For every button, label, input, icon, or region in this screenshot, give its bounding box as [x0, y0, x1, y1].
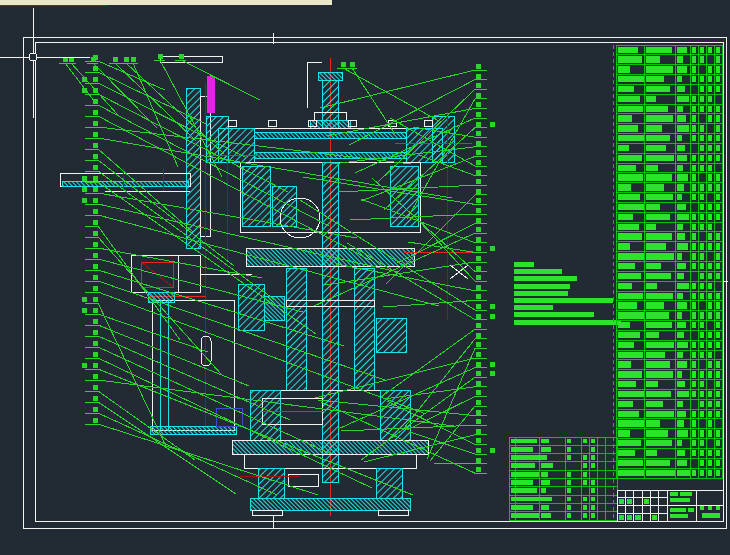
assembly-section-view[interactable] — [60, 56, 478, 516]
blue-part[interactable] — [216, 408, 242, 426]
balloon-callouts-right — [475, 64, 495, 473]
title-block — [617, 490, 723, 521]
drawing-canvas[interactable] — [0, 0, 730, 555]
balloon-callouts-left — [82, 55, 98, 424]
magenta-part[interactable] — [207, 76, 214, 112]
main-shaft[interactable] — [322, 162, 338, 482]
x-marker — [450, 265, 468, 279]
right-gear-cluster[interactable] — [376, 318, 406, 352]
side-arm[interactable] — [60, 168, 190, 192]
top-edge-detail — [160, 56, 222, 62]
detail-box[interactable] — [131, 255, 252, 302]
cad-application-window — [0, 0, 730, 555]
technical-notes-block — [514, 262, 621, 325]
left-gear-cluster[interactable] — [238, 284, 264, 330]
secondary-parts-table — [509, 437, 617, 520]
parts-list-table — [613, 45, 722, 520]
crosshair-cursor — [0, 8, 90, 118]
left-leg[interactable] — [150, 300, 236, 434]
reference-line — [307, 62, 322, 108]
